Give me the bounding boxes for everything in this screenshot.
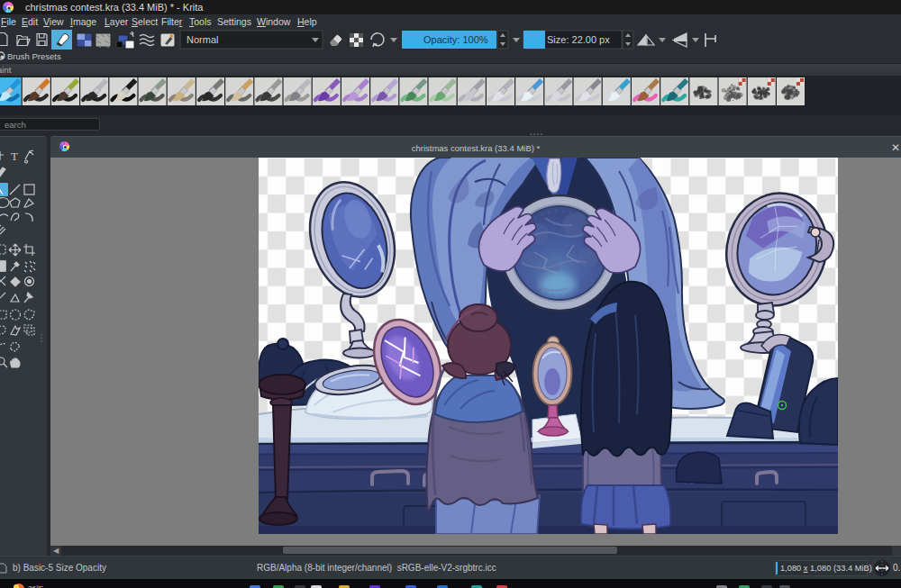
svg-text:Size: 22.00 px: Size: 22.00 px: [547, 34, 610, 45]
svg-text:T: T: [11, 149, 18, 163]
svg-text:36°F: 36°F: [28, 584, 43, 588]
svg-text:Opacity: 100%: Opacity: 100%: [423, 34, 488, 45]
svg-text:Normal: Normal: [187, 34, 218, 45]
